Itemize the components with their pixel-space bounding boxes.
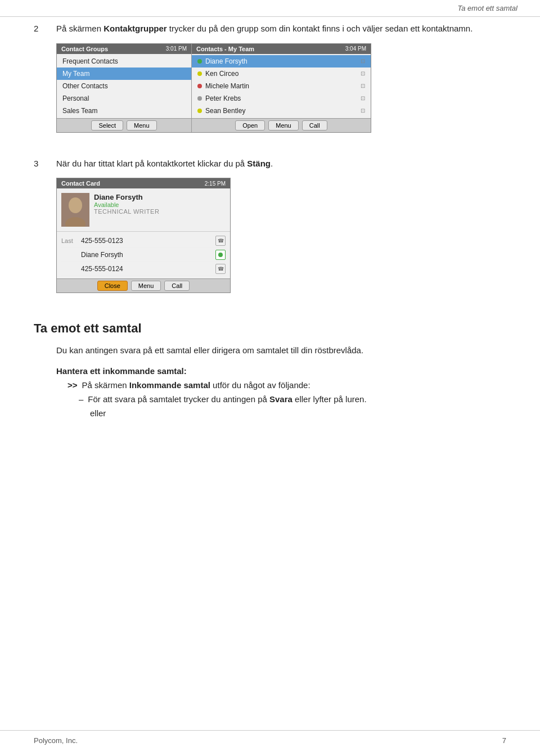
menu-button-right[interactable]: Menu [268,120,299,130]
panel-left-footer: Select Menu [57,118,191,132]
panel-left-time: 3:01 PM [166,46,187,52]
list-item-sean[interactable]: Sean Bentley ⊡ [192,105,371,117]
card-panel-time: 2:15 PM [205,181,226,187]
svg-point-1 [69,197,82,213]
list-item-diane[interactable]: Diane Forsyth ⊡ [192,55,371,68]
select-button[interactable]: Select [91,120,123,130]
call-button-card[interactable]: Call [164,281,190,291]
panel-contact-groups: Contact Groups 3:01 PM Frequent Contacts… [57,44,192,132]
card-person-title: TECHNICAL WRITER [94,208,226,215]
list-item[interactable]: Frequent Contacts [57,55,191,68]
call-button-right[interactable]: Call [302,120,327,130]
page-footer: Polycom, Inc. 7 [0,730,540,745]
open-button[interactable]: Open [235,120,265,130]
hantera-block: Hantera ett inkommande samtal: >> På skä… [56,366,506,418]
screenshot-contact-groups: Contact Groups 3:01 PM Frequent Contacts… [56,43,371,133]
card-person-name: Diane Forsyth [94,193,226,201]
main-content: 2 På skärmen Kontaktgrupper trycker du p… [34,22,506,722]
arrow-item: >> På skärmen Inkommande samtal utför du… [68,380,506,390]
contact-icon: ⊡ [361,107,365,114]
menu-button-left[interactable]: Menu [127,120,157,130]
list-item-peter[interactable]: Peter Krebs ⊡ [192,92,371,105]
bullet-text: För att svara på samtalet trycker du ant… [88,394,366,404]
panel-right-footer: Open Menu Call [192,118,371,132]
phone-icon: ☎ [215,236,226,246]
arrow-symbol: >> [68,380,78,390]
footer-company: Polycom, Inc. [34,736,78,745]
status-dot-green [197,59,202,64]
phone-icon-2: ☎ [215,264,226,274]
bullet-item: – För att svara på samtalet trycker du a… [79,394,506,404]
card-entry-last: Last 425-555-0123 ☎ [61,234,226,248]
card-panel-header: Contact Card 2:15 PM [57,178,230,188]
status-dot-gray [197,96,202,101]
screenshot-contact-card: Contact Card 2:15 PM [56,178,231,293]
arrow-text: På skärmen Inkommande samtal utför du nå… [82,380,310,390]
card-panel-footer: Close Menu Call [57,278,230,292]
contact-icon: ⊡ [361,70,365,76]
page-header: Ta emot ett samtal [0,0,540,17]
menu-button-card[interactable]: Menu [131,281,161,291]
list-item-sales-team[interactable]: Sales Team [57,105,191,117]
list-item-personal[interactable]: Personal [57,92,191,105]
step-3-block: 3 När du har tittat klart på kontaktkort… [34,158,506,305]
contact-icon: ⊡ [361,83,365,89]
section-intro: Du kan antingen svara på ett samtal elle… [56,344,506,357]
card-body: Diane Forsyth Available TECHNICAL WRITER [57,188,230,231]
status-dot-yellow [197,71,202,76]
or-text: eller [90,408,506,418]
status-dot-yellow2 [197,109,202,113]
status-dot-red [197,84,202,88]
card-entries: Last 425-555-0123 ☎ Diane Forsyth 425-55… [57,231,230,278]
avatar-image [61,193,89,227]
card-entry-name: Diane Forsyth [61,248,226,262]
step-2-number: 2 [34,22,56,144]
header-title: Ta emot ett samtal [458,4,518,12]
step-3-text: När du har tittat klart på kontaktkortet… [56,158,506,170]
list-item-my-team[interactable]: My Team [57,68,191,80]
avatar [61,193,89,227]
contacts-my-team-list: Diane Forsyth ⊡ Ken Circeo ⊡ Michele Mar… [192,54,371,118]
step-3-number: 3 [34,158,56,305]
step-2-text: På skärmen Kontaktgrupper trycker du på … [56,22,506,35]
list-item-ken[interactable]: Ken Circeo ⊡ [192,68,371,80]
hantera-label: Hantera ett inkommande samtal: [56,366,506,376]
panel-left-header: Contact Groups 3:01 PM [57,44,191,54]
panel-left-title: Contact Groups [61,46,108,52]
panel-right-time: 3:04 PM [345,46,366,52]
footer-page: 7 [502,736,506,745]
close-button[interactable]: Close [97,281,128,291]
section-heading: Ta emot ett samtal [34,321,506,336]
card-person-status: Available [94,201,226,208]
card-panel-title: Contact Card [61,180,100,187]
card-info: Diane Forsyth Available TECHNICAL WRITER [94,193,226,227]
list-item-other-contacts[interactable]: Other Contacts [57,80,191,92]
step-3-content: När du har tittat klart på kontaktkortet… [56,158,506,305]
panel-right-header: Contacts - My Team 3:04 PM [192,44,371,54]
panel-right-title: Contacts - My Team [196,46,254,52]
panel-contacts-my-team: Contacts - My Team 3:04 PM Diane Forsyth… [192,44,371,132]
step-2-content: På skärmen Kontaktgrupper trycker du på … [56,22,506,144]
step-2-block: 2 På skärmen Kontaktgrupper trycker du p… [34,22,506,144]
list-item-michele[interactable]: Michele Martin ⊡ [192,80,371,92]
card-entry-phone2: 425-555-0124 ☎ [61,262,226,276]
green-dot-icon [215,250,226,260]
contact-icon: ⊡ [361,95,365,101]
contact-groups-list: Frequent Contacts My Team Other Contacts… [57,54,191,118]
bullet-dash: – [79,394,83,404]
contact-icon: ⊡ [361,58,365,64]
